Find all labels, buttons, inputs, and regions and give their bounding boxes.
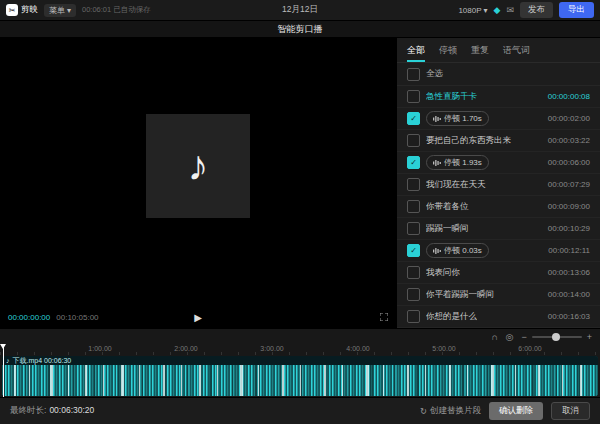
sound-wave-icon bbox=[433, 115, 441, 123]
marked-segment[interactable] bbox=[491, 365, 494, 396]
marked-segment[interactable] bbox=[139, 365, 140, 396]
marked-segment[interactable] bbox=[163, 365, 165, 396]
row-checkbox[interactable]: ✓ bbox=[407, 200, 420, 213]
row-checkbox[interactable]: ✓ bbox=[407, 156, 420, 169]
marked-segment[interactable] bbox=[538, 365, 540, 396]
app-name: 剪映 bbox=[21, 4, 38, 16]
tab-filler[interactable]: 语气词 bbox=[503, 39, 530, 62]
footer-actions: ↻ 创建替换片段 确认删除 取消 bbox=[420, 402, 590, 420]
row-checkbox[interactable]: ✓ bbox=[407, 112, 420, 125]
caption-text: 要把自己的东西秀出来 bbox=[426, 135, 511, 147]
marked-segment[interactable] bbox=[449, 365, 451, 396]
caption-row[interactable]: ✓ 停顿 1.70s 停顿 1.70s 00:00:02:00 bbox=[397, 108, 600, 130]
zoom-in-icon[interactable]: + bbox=[587, 333, 592, 342]
caption-timestamp: 00:00:09:00 bbox=[548, 202, 590, 211]
ruler-label: 4:00.00 bbox=[346, 345, 369, 352]
title-bar: ✂ 剪映 菜单 ▾ 00:06:01 已自动保存 12月12日 1080P ▾ … bbox=[0, 0, 600, 21]
marked-segment[interactable] bbox=[562, 365, 563, 396]
caption-row[interactable]: ✓ 要把自己的东西秀出来 要把自己的东西秀出来 00:00:03:22 bbox=[397, 130, 600, 152]
caption-row[interactable]: ✓ 停顿 0.03s 停顿 0.03s 00:00:12:11 bbox=[397, 240, 600, 262]
app-logo[interactable]: ✂ 剪映 bbox=[6, 4, 38, 16]
play-button[interactable]: ▶ bbox=[194, 312, 202, 323]
marked-segment[interactable] bbox=[324, 365, 326, 396]
marked-segment[interactable] bbox=[366, 365, 369, 396]
zoom-slider[interactable] bbox=[532, 336, 582, 338]
music-note-icon: ♪ bbox=[188, 145, 209, 187]
marked-segment[interactable] bbox=[407, 365, 409, 396]
ruler-label: 6:00.00 bbox=[518, 345, 541, 352]
row-checkbox[interactable]: ✓ bbox=[407, 266, 420, 279]
caption-row[interactable]: ✓ 我们现在在天天 我们现在在天天 00:00:07:29 bbox=[397, 174, 600, 196]
tab-pause[interactable]: 停顿 bbox=[439, 39, 457, 62]
row-checkbox[interactable]: ✓ bbox=[407, 134, 420, 147]
marked-segment[interactable] bbox=[425, 365, 426, 396]
caption-timestamp: 00:00:00:08 bbox=[548, 92, 590, 101]
row-checkbox[interactable]: ✓ bbox=[407, 310, 420, 323]
row-checkbox[interactable]: ✓ bbox=[407, 244, 420, 257]
confirm-delete-button[interactable]: 确认删除 bbox=[489, 402, 543, 420]
marked-segment[interactable] bbox=[515, 365, 516, 396]
zoom-out-icon[interactable]: − bbox=[521, 333, 526, 342]
video-preview[interactable]: ♪ 00:00:00:00 00:10:05:00 ▶ bbox=[0, 38, 397, 328]
duration-value: 00:06:30:20 bbox=[49, 405, 94, 415]
cancel-button[interactable]: 取消 bbox=[551, 402, 590, 420]
marked-segment[interactable] bbox=[240, 365, 243, 396]
marked-segment[interactable] bbox=[300, 365, 301, 396]
feature-title: 智能剪口播 bbox=[278, 23, 323, 36]
caption-row[interactable]: ✓ 你带着各位 你带着各位 00:00:09:00 bbox=[397, 196, 600, 218]
snap-icon[interactable]: ∩ bbox=[491, 333, 497, 342]
marked-segment[interactable] bbox=[68, 365, 69, 396]
marked-segment[interactable] bbox=[282, 365, 284, 396]
marked-segment[interactable] bbox=[103, 365, 104, 396]
marked-segment[interactable] bbox=[580, 365, 582, 396]
message-icon[interactable]: ✉ bbox=[506, 5, 514, 15]
marked-segment[interactable] bbox=[85, 365, 87, 396]
marked-segment[interactable] bbox=[29, 365, 30, 396]
export-button[interactable]: 导出 bbox=[559, 2, 594, 18]
marked-segment[interactable] bbox=[217, 365, 218, 396]
audio-clip[interactable]: ♪ 下载.mp4 00:06:30 bbox=[2, 356, 598, 396]
row-checkbox[interactable]: ✓ bbox=[407, 222, 420, 235]
marked-segment[interactable] bbox=[181, 365, 182, 396]
playhead[interactable] bbox=[3, 345, 4, 397]
caption-row[interactable]: ✓ 我表问你 我表问你 00:00:13:06 bbox=[397, 262, 600, 284]
caption-row[interactable]: ✓ 停顿 1.93s 停顿 1.93s 00:00:06:00 bbox=[397, 152, 600, 174]
marked-segment[interactable] bbox=[383, 365, 384, 396]
menu-button[interactable]: 菜单 ▾ bbox=[44, 4, 76, 17]
marked-segment[interactable] bbox=[258, 365, 259, 396]
ruler-label: 1:00.00 bbox=[88, 345, 111, 352]
vip-icon[interactable]: ◆ bbox=[494, 5, 501, 15]
document-title[interactable]: 12月12日 bbox=[206, 4, 394, 16]
row-checkbox[interactable]: ✓ bbox=[407, 288, 420, 301]
audio-waveform bbox=[2, 365, 598, 396]
timeline-ruler[interactable]: 1:00.002:00.003:00.004:00.005:00.006:00.… bbox=[0, 345, 600, 355]
publish-button[interactable]: 发布 bbox=[520, 2, 553, 18]
chevron-down-icon: ▾ bbox=[484, 6, 488, 15]
marked-segment[interactable] bbox=[121, 365, 124, 396]
marked-segment[interactable] bbox=[50, 365, 53, 396]
create-replacement-toggle[interactable]: ↻ 创建替换片段 bbox=[420, 405, 481, 417]
zoom-slider-knob[interactable] bbox=[552, 333, 560, 341]
row-checkbox[interactable]: ✓ bbox=[407, 178, 420, 191]
marked-segment[interactable] bbox=[199, 365, 201, 396]
pause-badge: 停顿 0.03s bbox=[426, 243, 489, 258]
quality-selector[interactable]: 1080P ▾ bbox=[458, 6, 487, 15]
check-icon: ✓ bbox=[410, 159, 417, 167]
tab-all[interactable]: 全部 bbox=[407, 39, 425, 62]
marked-segment[interactable] bbox=[467, 365, 468, 396]
panel-tabs: 全部停顿重复语气词 bbox=[397, 38, 600, 63]
caption-row[interactable]: ✓ 你想的是什么 你想的是什么 00:00:16:03 bbox=[397, 306, 600, 328]
row-content: 停顿 0.03s 停顿 0.03s bbox=[426, 243, 542, 258]
row-content: 停顿 1.93s 停顿 1.93s bbox=[426, 155, 542, 170]
fullscreen-icon[interactable] bbox=[380, 313, 388, 321]
caption-row[interactable]: ✓ 急性直肠千卡 急性直肠千卡 00:00:00:08 bbox=[397, 86, 600, 108]
caption-row[interactable]: ✓ 踢踢一瞬间 踢踢一瞬间 00:00:10:29 bbox=[397, 218, 600, 240]
row-checkbox[interactable]: ✓ bbox=[407, 90, 420, 103]
select-all-checkbox[interactable]: ✓ bbox=[407, 68, 420, 81]
select-all-row[interactable]: ✓ 全选 bbox=[397, 63, 600, 86]
caption-row[interactable]: ✓ 你平着踢踢一瞬间 你平着踢踢一瞬间 00:00:14:00 bbox=[397, 284, 600, 306]
preview-axis-icon[interactable]: ◎ bbox=[506, 333, 514, 342]
tab-repeat[interactable]: 重复 bbox=[471, 39, 489, 62]
marked-segment[interactable] bbox=[342, 365, 343, 396]
marked-segment[interactable] bbox=[14, 365, 16, 396]
